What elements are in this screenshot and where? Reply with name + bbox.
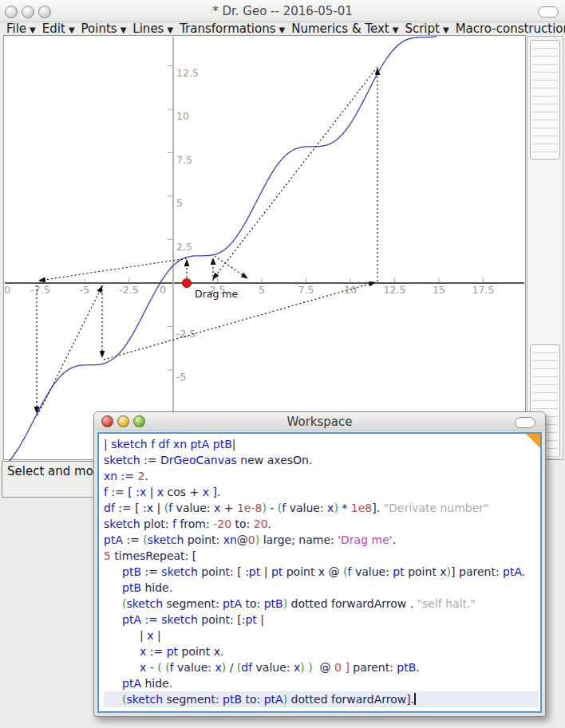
code-token: hide. xyxy=(141,677,172,690)
code-token: := xyxy=(123,533,143,546)
chevron-down-icon: ▼ xyxy=(443,26,449,34)
code-line[interactable]: ptA hide. xyxy=(104,675,540,691)
code-token: segment: xyxy=(163,597,223,610)
code-token: := xyxy=(146,645,166,658)
menu-item-file[interactable]: File▼ xyxy=(6,22,36,36)
code-token: pt xyxy=(271,565,282,578)
menu-item-label: Edit xyxy=(42,22,65,36)
code-token: @ xyxy=(313,661,334,674)
window-collapse-button[interactable] xyxy=(538,6,559,18)
scroll-thumb-top[interactable] xyxy=(530,40,560,159)
geometry-canvas[interactable]: 0-7.5-5-2.502.557.51012.51517.52.557.510… xyxy=(3,35,526,460)
code-token: sketch xyxy=(148,533,184,546)
chevron-down-icon: ▼ xyxy=(393,26,399,34)
code-line[interactable]: ptB := sketch point: [ :pt | pt point x … xyxy=(104,564,540,580)
svg-text:5: 5 xyxy=(259,284,265,296)
code-token: | xyxy=(146,486,157,498)
code-token: pt xyxy=(167,645,178,658)
code-token: | xyxy=(140,629,147,642)
code-line[interactable]: (sketch segment: ptA to: ptB) dotted for… xyxy=(104,596,540,612)
code-area[interactable]: | sketch f df xn ptA ptB|sketch := DrGeo… xyxy=(99,434,540,707)
code-line[interactable]: ptA := sketch point: [:pt | xyxy=(104,612,540,628)
code-token: := [ xyxy=(108,486,136,498)
code-token: . xyxy=(522,565,525,578)
svg-text:7.5: 7.5 xyxy=(176,154,192,166)
svg-text:7.5: 7.5 xyxy=(298,284,314,296)
code-token: dotted forwardArrow . xyxy=(287,597,417,610)
code-token: ptA xyxy=(503,565,522,578)
code-token: -20 xyxy=(213,517,231,530)
code-line[interactable]: df := [ :x | (f value: x + 1e-8) - (f va… xyxy=(104,500,540,516)
code-token: + xyxy=(220,502,237,514)
code-line[interactable]: ptB hide. xyxy=(104,580,540,596)
chevron-down-icon: ▼ xyxy=(30,26,36,34)
code-token: to: xyxy=(242,597,264,610)
code-line[interactable]: sketch plot: f from: -20 to: 20. xyxy=(104,516,540,532)
code-token: 1e8 xyxy=(351,502,372,514)
code-token: 0 xyxy=(334,661,342,674)
svg-text:12.5: 12.5 xyxy=(176,67,199,79)
code-line[interactable]: | x | xyxy=(104,628,540,643)
code-line[interactable]: (sketch segment: ptB to: ptA) dotted for… xyxy=(104,691,539,707)
code-token: . xyxy=(144,470,148,482)
code-token: | xyxy=(153,502,164,514)
code-token: point: [ xyxy=(198,565,245,578)
menu-item-label: Macro-construction xyxy=(456,22,565,36)
code-line[interactable]: | sketch f df xn ptA ptB| xyxy=(104,436,540,452)
code-line[interactable]: ptA := (sketch point: xn@0) large; name:… xyxy=(104,532,540,548)
menu-item-script[interactable]: Script▼ xyxy=(405,22,448,36)
code-token: hide. xyxy=(141,581,172,594)
code-line[interactable]: 5 timesRepeat: [ xyxy=(104,548,540,564)
plot-svg: 0-7.5-5-2.502.557.51012.51517.52.557.510… xyxy=(4,36,527,461)
code-token: segment: xyxy=(163,693,223,706)
code-token: xn xyxy=(223,533,237,546)
menu-item-numerics-text[interactable]: Numerics & Text▼ xyxy=(291,22,398,36)
workspace-titlebar[interactable]: Workspace xyxy=(94,412,545,431)
code-line[interactable]: x := pt point x. xyxy=(104,643,540,659)
menu-item-lines[interactable]: Lines▼ xyxy=(132,22,173,36)
code-token: timesRepeat: [ xyxy=(111,549,196,562)
code-token: to: xyxy=(231,517,254,530)
code-token: parent: xyxy=(350,661,397,674)
code-token: value: xyxy=(286,502,327,514)
menu-item-label: Lines xyxy=(132,22,164,36)
code-token: ptA xyxy=(104,533,123,546)
canvas-scroll-track xyxy=(527,36,563,460)
code-token: point x xyxy=(405,565,447,578)
svg-text:-5: -5 xyxy=(176,371,186,383)
code-token: from: xyxy=(176,517,213,530)
chevron-down-icon: ▼ xyxy=(121,26,127,34)
code-line[interactable]: sketch := DrGeoCanvas new axesOn. xyxy=(104,452,540,468)
code-token: := [ xyxy=(115,502,143,514)
code-token: dotted forwardArrow]. xyxy=(287,693,414,706)
code-token: :pt xyxy=(242,613,257,626)
code-token: ptB xyxy=(223,693,242,706)
code-token: ( ( xyxy=(157,661,169,674)
function-curve xyxy=(4,36,437,461)
code-token: sketch xyxy=(126,693,163,706)
code-line[interactable]: x - ( (f value: x) / (df value: x) ) @ 0… xyxy=(104,659,540,675)
menu-item-label: Script xyxy=(405,22,440,36)
workspace-editor[interactable]: | sketch f df xn ptA ptB|sketch := DrGeo… xyxy=(97,432,542,713)
drag-me-label: Drag me xyxy=(195,288,239,300)
code-line[interactable]: xn := 2. xyxy=(104,468,540,484)
menu-item-transformations[interactable]: Transformations▼ xyxy=(180,22,285,36)
menu-item-macro-construction[interactable]: Macro-construction▼ xyxy=(456,22,565,36)
drag-me-point[interactable] xyxy=(183,279,192,288)
workspace-window: Workspace | sketch f df xn ptA ptB|sketc… xyxy=(93,411,546,717)
code-token: | xyxy=(153,629,160,642)
code-token: value: xyxy=(172,502,214,514)
chevron-down-icon: ▼ xyxy=(279,26,285,34)
menu-item-edit[interactable]: Edit▼ xyxy=(42,22,75,36)
svg-text:15: 15 xyxy=(433,284,445,296)
svg-text:10: 10 xyxy=(344,284,357,296)
code-token: DrGeoCanvas xyxy=(160,454,237,466)
code-line[interactable]: f := [ :x | x cos + x ]. xyxy=(104,484,540,500)
svg-text:0: 0 xyxy=(4,284,10,296)
menu-item-points[interactable]: Points▼ xyxy=(81,22,127,36)
code-token: ptA xyxy=(122,677,141,690)
code-token: * xyxy=(338,502,351,514)
code-token: to: xyxy=(242,693,264,706)
workspace-collapse-button[interactable] xyxy=(515,417,535,428)
code-token: df xyxy=(241,661,252,674)
